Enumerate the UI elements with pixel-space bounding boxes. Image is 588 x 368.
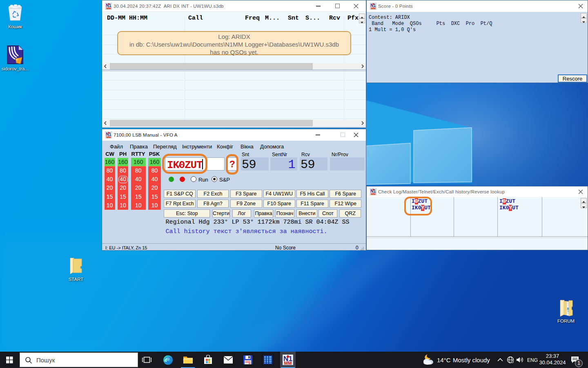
svg-text:MM: MM xyxy=(106,136,111,139)
svg-text:MM: MM xyxy=(371,193,376,195)
svg-text:MM: MM xyxy=(371,7,376,10)
svg-text:MM: MM xyxy=(106,7,111,10)
svg-text:MM: MM xyxy=(284,361,292,365)
